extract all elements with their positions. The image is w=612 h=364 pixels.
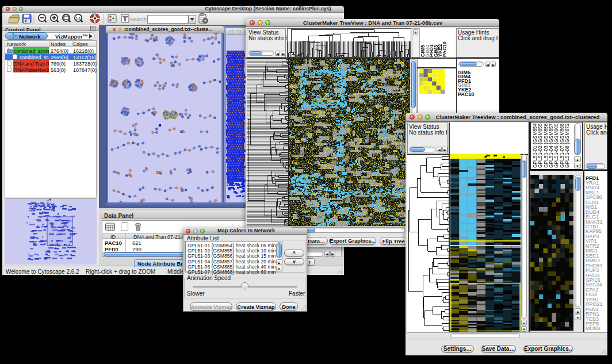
- svg-text:1:1: 1:1: [76, 17, 81, 20]
